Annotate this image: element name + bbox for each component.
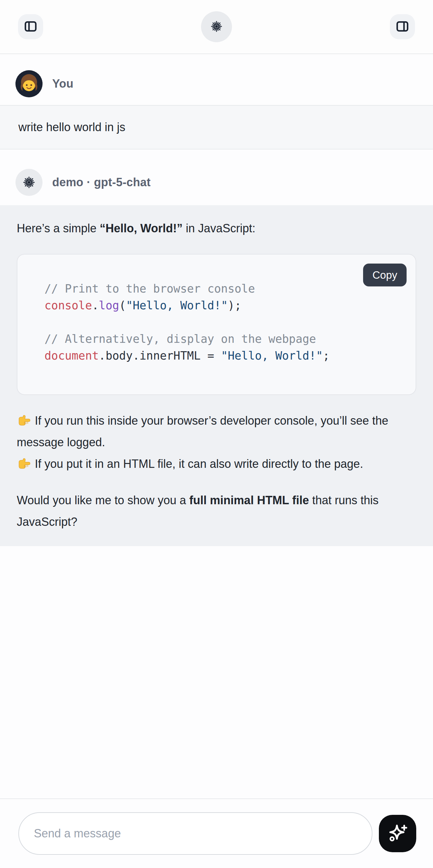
user-avatar [16, 70, 42, 97]
user-message-bubble: write hello world in js [0, 105, 433, 150]
right-panel-toggle-button[interactable] [390, 14, 415, 39]
assistant-message-bubble: Here’s a simple “Hello, World!” in JavaS… [0, 205, 433, 546]
code-line: console.log("Hello, World!"); [44, 297, 403, 314]
person-emoji-icon [16, 70, 42, 97]
message-input[interactable] [18, 812, 372, 855]
assistant-intro-text: Here’s a simple “Hello, World!” in JavaS… [17, 217, 416, 239]
pointing-right-emoji [17, 455, 30, 469]
chat-app: You write hello world in js demo · gpt-5… [0, 0, 433, 868]
code-content: // Print to the browser consoleconsole.l… [18, 254, 415, 394]
code-line: document.body.innerHTML = "Hello, World!… [44, 347, 403, 364]
bold-text: full minimal HTML file [189, 494, 309, 507]
assistant-paragraphs: If you run this inside your browser’s de… [17, 410, 416, 533]
code-block: Copy // Print to the browser consolecons… [17, 254, 416, 395]
copy-code-button[interactable]: Copy [363, 264, 407, 286]
user-message-text: write hello world in js [18, 121, 125, 134]
send-button[interactable] [379, 815, 416, 852]
starburst-logo-icon [210, 20, 223, 34]
top-bar [0, 0, 433, 54]
sidebar-toggle-button[interactable] [18, 14, 43, 39]
assistant-paragraph: Would you like me to show you a full min… [17, 489, 416, 533]
code-line: // Alternatively, display on the webpage [44, 331, 403, 347]
bold-text: “Hello, World!” [99, 222, 182, 235]
starburst-icon [22, 175, 36, 189]
code-line: // Print to the browser console [44, 280, 403, 297]
pointing-right-emoji [17, 412, 30, 426]
user-author-name: You [52, 77, 73, 91]
assistant-avatar [16, 169, 42, 196]
panel-left-icon [23, 19, 38, 35]
code-line [44, 314, 403, 331]
assistant-author-name: demo · gpt-5-chat [52, 176, 150, 189]
user-message-header: You [0, 70, 433, 97]
assistant-paragraph: If you run this inside your browser’s de… [17, 410, 416, 474]
app-logo-button[interactable] [201, 11, 232, 42]
assistant-message-header: demo · gpt-5-chat [0, 169, 433, 196]
panel-right-icon [395, 19, 410, 35]
composer-bar [0, 798, 433, 868]
sparkle-icon [387, 823, 408, 845]
